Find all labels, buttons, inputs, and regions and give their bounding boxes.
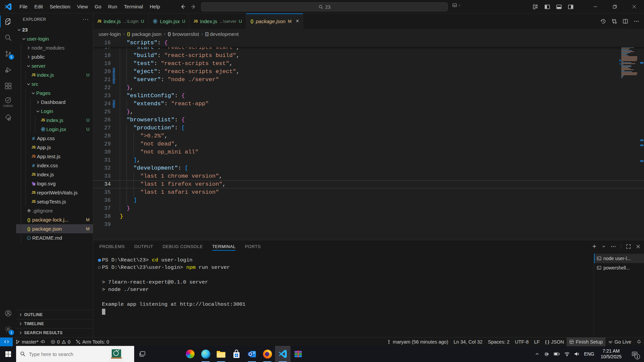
cursor-position-status[interactable]: Ln 34, Col 32 [451, 338, 485, 346]
tree-item-login[interactable]: Login [16, 107, 93, 116]
customize-layout-icon[interactable] [533, 4, 538, 10]
sticky-scroll-line[interactable]: 16 "scripts": { [93, 39, 644, 47]
code-line-38[interactable]: 38} [93, 213, 644, 221]
taskbar-app-copilot[interactable] [182, 346, 198, 362]
git-author-status[interactable]: maryam (56 minutes ago) [384, 338, 451, 346]
tree-item-logo-svg[interactable]: logo.svg [16, 179, 93, 188]
activity-explorer[interactable] [0, 13, 16, 29]
panel-tab-problems[interactable]: PROBLEMS [99, 240, 125, 252]
tree-item-setuptests-js[interactable]: JSsetupTests.js [16, 197, 93, 206]
taskbar-search-input[interactable] [29, 351, 106, 357]
code-line-23[interactable]: 23 "eslintConfig": { [93, 92, 644, 100]
activity-settings[interactable]: 1 [0, 321, 16, 337]
start-button[interactable] [0, 346, 16, 362]
action-center-icon[interactable]: 1 [628, 346, 641, 362]
language-mode-status[interactable]: { } JSON [542, 338, 567, 346]
code-line-18[interactable]: 18 "build": "react-scripts build", [93, 52, 644, 60]
tree-item-index-js[interactable]: JSindex.js [16, 170, 93, 179]
code-line-24[interactable]: 24 "extends": "react-app" [93, 100, 644, 108]
tree-item-dashboard[interactable]: Dashboard [16, 98, 93, 107]
activity-arm-tools[interactable] [0, 110, 16, 126]
terminal-instance-node-user-l-[interactable]: node user-l... [594, 254, 644, 263]
code-line-16[interactable]: 16 "scripts": { [93, 39, 644, 47]
code-line-31[interactable]: 31 ], [93, 156, 644, 164]
taskbar-app-winrar[interactable] [290, 346, 306, 362]
code-line-36[interactable]: 36 ] [93, 196, 644, 204]
code-line-20[interactable]: 20 "eject": "react-scripts eject", [93, 68, 644, 76]
code-line-19[interactable]: 19 "test": "react-scripts test", [93, 60, 644, 68]
command-center-search[interactable]: 23 [201, 2, 448, 11]
activity-cmsis[interactable]: CMSIS [0, 94, 16, 110]
tree-item-reportwebvitals-js[interactable]: JSreportWebVitals.js [16, 188, 93, 197]
code-line-32[interactable]: 32 "development": [ [93, 164, 644, 172]
menu-go[interactable]: Go [91, 0, 105, 13]
tree-item-index-js[interactable]: JSindex.jsU [16, 70, 93, 79]
split-editor-icon[interactable] [623, 18, 628, 24]
terminal[interactable]: PS D:\React\23> cd user-loginPS D:\React… [93, 252, 594, 337]
tree-item-package-json[interactable]: {}package.jsonM [16, 224, 93, 233]
code-line-22[interactable]: 22 }, [93, 84, 644, 92]
tray-chevron-up-icon[interactable] [535, 352, 539, 356]
tree-item-src[interactable]: src [16, 79, 93, 88]
problems-status[interactable]: 0 0 [48, 338, 73, 346]
terminal-instance-powershell-[interactable]: powershell... [594, 263, 644, 273]
editor[interactable]: 17 "start": "react-scripts start",18 "bu… [93, 39, 644, 240]
explorer-more-actions-icon[interactable]: ··· [83, 16, 89, 22]
forward-arrow-icon[interactable] [191, 4, 197, 10]
remote-indicator[interactable] [0, 338, 13, 346]
tab-index-js[interactable]: JSindex.js...\LoginU [93, 13, 149, 29]
more-icon[interactable] [610, 244, 616, 249]
menu-edit[interactable]: Edit [31, 0, 46, 13]
panel-position-button[interactable] [452, 3, 461, 8]
tree-item-23[interactable]: 23 [16, 25, 93, 34]
activity-extensions[interactable] [0, 78, 16, 94]
menu-view[interactable]: View [74, 0, 91, 13]
breadcrumb-development[interactable]: [ ]development [205, 31, 238, 37]
tree-item-app-test-js[interactable]: JSApp.test.js [16, 152, 93, 161]
language-indicator[interactable]: ENG [584, 351, 594, 357]
taskbar-app-file-explorer[interactable] [213, 346, 229, 362]
code-line-26[interactable]: 26 "browserslist": { [93, 116, 644, 124]
taskbar-app-firefox[interactable] [260, 346, 275, 362]
menu-terminal[interactable]: Terminal [121, 0, 147, 13]
volume-icon[interactable] [574, 352, 580, 356]
maximize-icon[interactable] [626, 244, 631, 249]
breadcrumb-browserslist[interactable]: {}browserslist [168, 31, 199, 37]
tree-item-node-modules[interactable]: node_modules [16, 43, 93, 52]
code-line-29[interactable]: 29 "not dead", [93, 140, 644, 148]
menu-file[interactable]: File [16, 0, 31, 13]
sidebar-section-outline[interactable]: OUTLINE [16, 310, 93, 319]
wifi-icon[interactable] [564, 352, 570, 356]
activity-source-control[interactable]: 5 [0, 46, 16, 62]
tab-package-json[interactable]: {}package.jsonM× [246, 13, 303, 29]
panel-tab-terminal[interactable]: TERMINAL [212, 240, 236, 252]
toggle-panel-icon[interactable] [556, 4, 562, 10]
taskbar-app-edge[interactable] [198, 346, 213, 362]
activity-accounts[interactable] [0, 305, 16, 321]
taskbar-app-vscode[interactable] [275, 346, 290, 362]
tree-item-user-login[interactable]: user-login [16, 34, 93, 43]
tree-item-index-js[interactable]: JSindex.jsU [16, 116, 93, 125]
back-arrow-icon[interactable] [180, 4, 186, 10]
sidebar-section-search-results[interactable]: SEARCH RESULTS [16, 328, 93, 337]
new-terminal-icon[interactable] [592, 244, 597, 249]
terminal-command-decoration[interactable] [97, 266, 102, 269]
menu-selection[interactable]: Selection [46, 0, 74, 13]
terminal-dropdown-icon[interactable] [602, 244, 606, 248]
arm-tools-status[interactable]: Arm Tools: 0 [73, 338, 112, 346]
code-line-27[interactable]: 27 "production": [ [93, 124, 644, 132]
tree-item-public[interactable]: public [16, 52, 93, 61]
terminal-command-decoration[interactable] [97, 259, 102, 262]
taskbar-search[interactable] [16, 346, 134, 362]
indentation-status[interactable]: Spaces: 2 [485, 338, 513, 346]
close-button[interactable] [625, 0, 644, 13]
restore-button[interactable] [605, 0, 625, 13]
tab-login-jsx[interactable]: Login.jsxU [149, 13, 190, 29]
tree-item-login-jsx[interactable]: Login.jsxU [16, 125, 93, 134]
minimize-button[interactable] [586, 0, 605, 13]
tree-item-readme-md[interactable]: README.md [16, 233, 93, 242]
close-icon[interactable] [636, 244, 641, 249]
compare-changes-icon[interactable] [611, 18, 617, 24]
tree-item--gitignore[interactable]: .gitignore [16, 206, 93, 215]
toggle-sidebar-right-icon[interactable] [568, 4, 574, 10]
